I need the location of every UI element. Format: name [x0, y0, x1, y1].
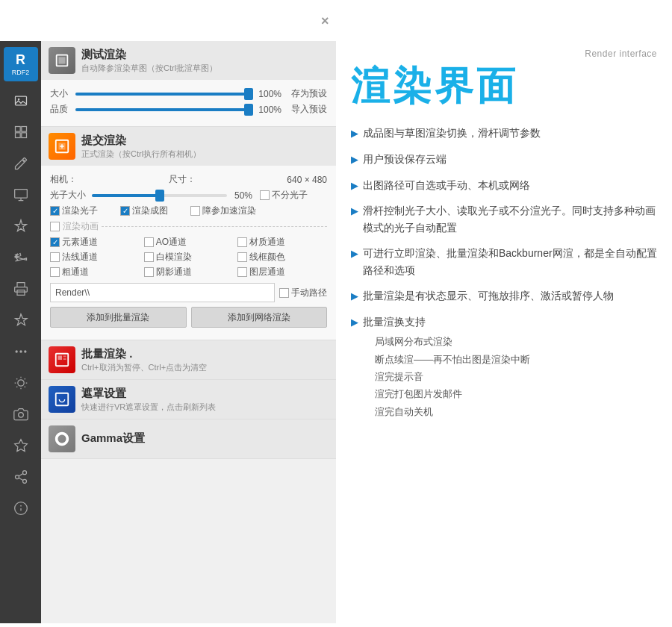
sidebar-item-image[interactable]	[4, 86, 38, 116]
no-div-checkbox[interactable]: 不分光子	[260, 189, 327, 202]
feature-item-4: ▶ 可进行立即渲染、批量渲染和Backburner网渲，都是全自动配置路径和选项	[351, 245, 657, 278]
gamma-settings-title-group: Gamma设置	[81, 431, 145, 446]
sidebar-item-sun[interactable]	[4, 368, 38, 398]
quality-slider-track[interactable]	[75, 108, 249, 111]
sidebar-item-dots[interactable]	[4, 337, 38, 366]
channel-material-box	[237, 237, 247, 247]
size-action[interactable]: 存为预设	[286, 87, 327, 100]
feature-text-0: 成品图与草图渲染切换，滑杆调节参数	[363, 125, 657, 141]
submit-render-icon	[49, 133, 75, 160]
svg-point-8	[15, 350, 17, 352]
feature-list: ▶ 成品图与草图渲染切换，滑杆调节参数 ▶ 用户预设保存云端 ▶ 出图路径可自选…	[351, 125, 657, 420]
param-accel-cb[interactable]: 障参加速渲染	[190, 205, 258, 217]
channel-clay[interactable]: 白模渲染	[144, 251, 234, 263]
svg-rect-21	[58, 57, 65, 63]
photon-label: 光子大小	[50, 189, 87, 202]
channel-ao[interactable]: AO通道	[144, 236, 234, 249]
size-slider-track[interactable]	[75, 93, 249, 96]
quality-label: 品质	[50, 103, 71, 116]
render-photon-cb[interactable]: 渲染光子	[50, 205, 117, 217]
channel-shadow[interactable]: 阴影通道	[144, 266, 234, 278]
sidebar-item-grid[interactable]	[4, 117, 38, 147]
svg-point-14	[22, 471, 26, 475]
sub-item-0: 局域网分布式渲染	[375, 333, 657, 350]
render-photon-label: 渲染光子	[62, 205, 98, 217]
channel-layer[interactable]: 图层通道	[237, 266, 327, 278]
close-button[interactable]: ×	[321, 13, 329, 29]
channel-ao-box	[144, 237, 154, 247]
channel-clay-box	[144, 252, 154, 262]
add-network-button[interactable]: 添加到网络渲染	[191, 307, 328, 328]
render-options-row: 渲染光子 渲染成图 障参加速渲染	[50, 205, 327, 217]
sidebar-item-info[interactable]	[4, 493, 38, 523]
channel-ao-label: AO通道	[156, 236, 187, 249]
right-panel: Render interface 渲染界面 ▶ 成品图与草图渲染切换，滑杆调节参…	[343, 41, 672, 437]
svg-point-10	[24, 350, 26, 352]
manual-path-box	[279, 288, 289, 298]
svg-point-15	[15, 475, 19, 479]
render-image-cb[interactable]: 渲染成图	[120, 205, 187, 217]
sidebar-item-star[interactable]	[4, 305, 38, 335]
path-input[interactable]	[50, 283, 275, 302]
sidebar-item-share[interactable]	[4, 462, 38, 492]
mask-settings-block: 遮罩设置 快速进行VR遮罩设置，点击刷新列表	[41, 380, 336, 419]
quality-slider-row: 品质 100% 导入预设	[50, 103, 327, 116]
manual-path-cb[interactable]: 手动路径	[279, 287, 327, 299]
left-panel: R RDF2	[0, 41, 336, 623]
gamma-settings-icon	[49, 425, 75, 452]
channel-layer-label: 图层通道	[249, 266, 285, 278]
sidebar-item-plane[interactable]	[4, 243, 38, 272]
sub-item-3: 渲完打包图片发邮件	[375, 385, 657, 402]
svg-rect-26	[63, 358, 66, 360]
add-batch-button[interactable]: 添加到批量渲染	[50, 307, 187, 328]
feature-text-2: 出图路径可自选或手动、本机或网络	[363, 177, 657, 193]
channel-element[interactable]: 元素通道	[50, 236, 140, 249]
svg-point-12	[18, 413, 23, 418]
test-render-title: 测试渲染	[81, 48, 217, 62]
svg-rect-25	[63, 356, 66, 358]
photon-thumb	[155, 190, 164, 202]
svg-rect-6	[14, 190, 27, 199]
feature-text-4: 可进行立即渲染、批量渲染和Backburner网渲，都是全自动配置路径和选项	[363, 245, 657, 278]
channel-wireframe-label: 线框颜色	[249, 251, 285, 263]
svg-marker-13	[14, 440, 27, 452]
sub-item-2: 渲完提示音	[375, 368, 657, 385]
channel-wireframe-box	[237, 252, 247, 262]
channel-normal-box	[50, 252, 60, 262]
channel-rough[interactable]: 粗通道	[50, 266, 140, 278]
sidebar-item-edit[interactable]	[4, 149, 38, 178]
channel-clay-label: 白模渲染	[156, 251, 192, 263]
sidebar-item-print[interactable]	[4, 274, 38, 304]
svg-rect-27	[56, 393, 69, 406]
sidebar-logo: R RDF2	[4, 47, 38, 81]
channel-material-label: 材质通道	[249, 236, 285, 249]
svg-point-1	[17, 99, 19, 101]
svg-rect-4	[15, 133, 20, 138]
channel-rough-box	[50, 267, 60, 277]
feature-arrow-1: ▶	[351, 152, 358, 168]
sidebar-item-monitor[interactable]	[4, 180, 38, 210]
channel-wireframe[interactable]: 线框颜色	[237, 251, 327, 263]
sidebar-item-camera[interactable]	[4, 399, 38, 429]
photon-track[interactable]	[92, 194, 227, 197]
gamma-settings-block: Gamma设置	[41, 419, 336, 459]
channel-normal[interactable]: 法线通道	[50, 251, 140, 263]
anim-cb-box[interactable]	[50, 222, 60, 231]
photon-value: 50%	[231, 190, 255, 201]
sidebar-item-fav[interactable]	[4, 431, 38, 461]
channel-material[interactable]: 材质通道	[237, 236, 327, 249]
feature-item-2: ▶ 出图路径可自选或手动、本机或网络	[351, 177, 657, 194]
sidebar: R RDF2	[0, 41, 41, 623]
batch-render-icon	[49, 346, 75, 373]
channel-normal-label: 法线通道	[62, 251, 98, 263]
feature-text-1: 用户预设保存云端	[363, 151, 657, 167]
btn-row: 添加到批量渲染 添加到网络渲染	[50, 307, 327, 328]
sidebar-item-effects[interactable]	[4, 211, 38, 241]
quality-action[interactable]: 导入预设	[286, 103, 327, 116]
svg-rect-2	[15, 127, 20, 132]
svg-rect-5	[21, 133, 26, 138]
test-render-subtitle: 自动降参渲染草图（按Ctrl批渲草图）	[81, 63, 217, 74]
path-row: 手动路径	[50, 283, 327, 302]
batch-render-subtitle: Ctrl+取消为暂停、Ctrl+点击为清空	[81, 362, 207, 373]
sub-item-1: 断点续渲——再不怕出图是渲染中断	[375, 351, 657, 368]
